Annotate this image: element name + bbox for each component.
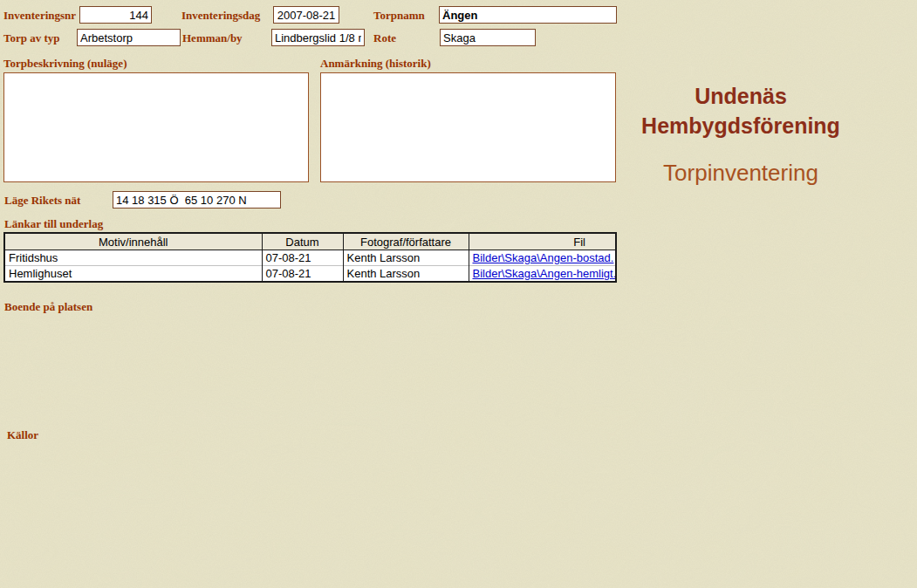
table-row: Hemlighuset 07-08-21 Kenth Larsson Bilde… bbox=[4, 266, 616, 283]
org-title-block: Undenäs Hembygdsförening Torpinventering bbox=[624, 81, 858, 187]
torpnamn-input[interactable] bbox=[439, 6, 617, 24]
inventeringsnr-input[interactable] bbox=[79, 6, 152, 24]
rote-input[interactable] bbox=[440, 29, 536, 46]
table-header-row: Motiv/innehåll Datum Fotograf/författare… bbox=[4, 233, 616, 250]
boende-pa-platsen-heading: Boende på platsen bbox=[4, 300, 92, 314]
torpbeskrivning-label: Torpbeskrivning (nuläge) bbox=[3, 57, 127, 71]
col-header-motiv: Motiv/innehåll bbox=[4, 233, 262, 250]
col-header-datum: Datum bbox=[262, 233, 343, 250]
torpnamn-label: Torpnamn bbox=[373, 9, 425, 23]
cell-fotograf: Kenth Larsson bbox=[343, 250, 469, 266]
lage-rikets-nat-input[interactable] bbox=[113, 191, 281, 209]
inventeringsdag-input[interactable] bbox=[273, 6, 339, 24]
cell-fil: Bilder\Skaga\Angen-bostad. bbox=[469, 250, 616, 266]
torp-av-typ-label: Torp av typ bbox=[3, 31, 60, 45]
cell-motiv: Fritidshus bbox=[4, 250, 262, 266]
hemman-by-label: Hemman/by bbox=[182, 31, 243, 45]
rote-label: Rote bbox=[373, 31, 396, 45]
inventeringsnr-label: Inventeringsnr bbox=[3, 9, 76, 23]
table-row: Fritidshus 07-08-21 Kenth Larsson Bilder… bbox=[4, 250, 616, 266]
kallor-heading: Källor bbox=[7, 428, 38, 442]
page-title: Torpinventering bbox=[624, 160, 858, 187]
fil-link-hemligt[interactable]: Bilder\Skaga\Angen-hemligt. bbox=[473, 267, 617, 280]
fil-link-bostad[interactable]: Bilder\Skaga\Angen-bostad. bbox=[473, 251, 614, 264]
underlag-table: Motiv/innehåll Datum Fotograf/författare… bbox=[3, 232, 617, 283]
cell-fotograf: Kenth Larsson bbox=[343, 266, 469, 283]
hemman-by-input[interactable] bbox=[271, 29, 365, 46]
anmarkning-label: Anmärkning (historik) bbox=[320, 57, 431, 71]
torpbeskrivning-textarea[interactable] bbox=[3, 72, 309, 182]
lage-rikets-nat-label: Läge Rikets nät bbox=[4, 194, 80, 208]
col-header-fil: Fil bbox=[469, 233, 616, 250]
torp-av-typ-input[interactable] bbox=[77, 29, 181, 46]
cell-fil: Bilder\Skaga\Angen-hemligt. bbox=[469, 266, 616, 283]
cell-datum: 07-08-21 bbox=[262, 266, 343, 283]
lankar-till-underlag-heading: Länkar till underlag bbox=[4, 217, 103, 231]
org-title-line2: Hembygdsförening bbox=[624, 111, 858, 140]
inventeringsdag-label: Inventeringsdag bbox=[181, 9, 260, 23]
anmarkning-textarea[interactable] bbox=[320, 72, 616, 182]
org-title-line1: Undenäs bbox=[624, 81, 858, 111]
col-header-fotograf: Fotograf/författare bbox=[343, 233, 469, 250]
cell-datum: 07-08-21 bbox=[262, 250, 343, 266]
cell-motiv: Hemlighuset bbox=[4, 266, 262, 283]
